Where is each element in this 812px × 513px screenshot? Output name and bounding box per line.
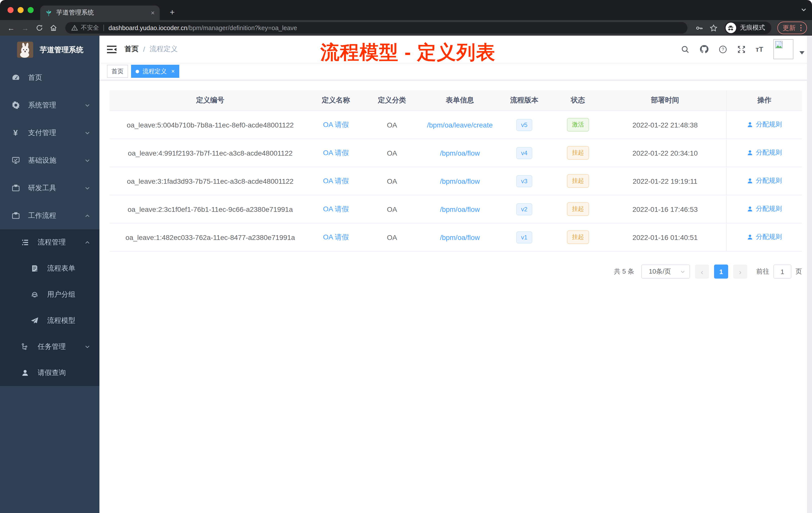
annotation-title: 流程模型 - 定义列表 — [320, 40, 496, 65]
definition-name-link[interactable]: OA 请假 — [323, 148, 349, 156]
font-size-icon[interactable]: ᴛT — [755, 45, 763, 53]
definition-id: oa_leave:5:004b710b-7b8a-11ec-8ef0-acde4… — [110, 111, 311, 139]
sidebar-item-label: 请假查询 — [38, 368, 90, 378]
caret-down-icon[interactable] — [800, 51, 805, 55]
sidebar-item-process-model[interactable]: 流程模型 — [0, 308, 99, 334]
browser-tab[interactable]: 芋道管理系统 × — [40, 5, 160, 20]
help-icon[interactable]: ? — [718, 45, 727, 54]
assign-rule-link[interactable]: 分配规则 — [747, 233, 782, 242]
chevron-down-icon — [84, 185, 90, 191]
chevron-up-icon — [84, 213, 90, 219]
definition-id: oa_leave:3:1fad3d93-7b75-11ec-a3c8-acde4… — [110, 167, 311, 195]
breadcrumb-home[interactable]: 首页 — [124, 45, 139, 54]
form-link[interactable]: /bpm/oa/flow — [440, 233, 480, 241]
hamburger-icon[interactable] — [107, 45, 116, 54]
definition-name-link[interactable]: OA 请假 — [323, 233, 349, 241]
col-definition-id: 定义编号 — [110, 90, 311, 111]
assign-rule-link[interactable]: 分配规则 — [747, 205, 782, 214]
search-icon[interactable] — [681, 45, 689, 54]
sidebar-item-label: 系统管理 — [28, 101, 84, 110]
zoom-window-button[interactable] — [28, 7, 34, 13]
definition-name-link[interactable]: OA 请假 — [323, 176, 349, 184]
col-form-info: 表单信息 — [423, 90, 496, 111]
form-link[interactable]: /bpm/oa/leave/create — [427, 121, 493, 129]
chevron-down-icon — [84, 130, 90, 136]
tag-process-definition[interactable]: 流程定义 × — [131, 65, 179, 78]
password-key-icon[interactable] — [693, 22, 705, 34]
chrome-update-button[interactable]: 更新 — [777, 22, 807, 34]
bookmark-star-icon[interactable] — [707, 22, 719, 34]
sidebar-item-task-mgmt[interactable]: 任务管理 — [0, 334, 99, 360]
col-definition-category: 定义分类 — [361, 90, 423, 111]
assign-rule-link[interactable]: 分配规则 — [747, 176, 782, 185]
scrollbar[interactable] — [807, 36, 812, 513]
fullscreen-icon[interactable] — [737, 45, 746, 54]
sidebar-item-infra[interactable]: 基础设施 — [0, 147, 99, 174]
definition-category: OA — [361, 195, 423, 223]
chevron-up-icon — [84, 239, 90, 245]
user-icon — [747, 121, 753, 128]
user-icon — [747, 234, 753, 240]
definition-name-link[interactable]: OA 请假 — [323, 205, 349, 213]
home-icon[interactable] — [47, 22, 59, 34]
url-bar[interactable]: 不安全 dashboard.yudao.iocoder.cn /bpm/mana… — [65, 22, 687, 34]
tab-search-chevron-icon[interactable] — [801, 6, 807, 13]
version-tag: v5 — [516, 119, 532, 131]
tag-close-icon[interactable]: × — [171, 68, 175, 74]
github-icon[interactable] — [699, 45, 708, 54]
chevron-down-icon — [84, 157, 90, 163]
form-link[interactable]: /bpm/oa/flow — [440, 205, 480, 213]
chevron-down-icon — [84, 344, 90, 350]
new-tab-button[interactable]: + — [167, 7, 178, 18]
url-divider — [104, 25, 104, 31]
breadcrumb-separator: / — [143, 45, 145, 53]
minimize-window-button[interactable] — [18, 7, 24, 13]
assign-rule-link[interactable]: 分配规则 — [747, 120, 782, 129]
sidebar-item-label: 流程模型 — [47, 316, 90, 325]
sidebar-item-label: 研发工具 — [28, 183, 84, 192]
favicon-sprout-icon — [45, 9, 52, 16]
security-label[interactable]: 不安全 — [81, 24, 99, 32]
main-panel: 首页 / 流程定义 ? ᴛ — [99, 36, 812, 513]
breadcrumb: 首页 / 流程定义 — [124, 45, 178, 54]
avatar[interactable] — [773, 39, 793, 59]
sidebar-item-home[interactable]: 首页 — [0, 64, 99, 91]
window-controls — [7, 7, 34, 13]
incognito-badge: 无痕模式 — [724, 22, 771, 34]
briefcase-icon — [10, 184, 21, 192]
url-path: /bpm/manager/definition?key=oa_leave — [187, 24, 297, 31]
table-row: oa_leave:1:482ec033-762a-11ec-8477-a2380… — [110, 223, 802, 251]
yen-icon: ¥ — [10, 129, 21, 137]
pagination-total: 共 5 条 — [614, 267, 634, 276]
goto-label: 前往 — [756, 267, 769, 276]
next-page-button[interactable]: › — [733, 265, 747, 279]
sidebar-item-process-mgmt[interactable]: 流程管理 — [0, 230, 99, 255]
goto-page-input[interactable] — [773, 265, 791, 279]
sidebar-item-system[interactable]: 系统管理 — [0, 91, 99, 119]
forward-icon[interactable]: → — [19, 22, 31, 34]
definition-name-link[interactable]: OA 请假 — [323, 120, 349, 128]
sidebar-item-payment[interactable]: ¥ 支付管理 — [0, 119, 99, 147]
sidebar-item-leave-query[interactable]: 请假查询 — [0, 360, 99, 386]
page-size-select[interactable]: 10条/页 — [641, 265, 690, 279]
sidebar-item-user-group[interactable]: 用户分组 — [0, 281, 99, 308]
sidebar-item-workflow[interactable]: 工作流程 — [0, 202, 99, 230]
tag-home[interactable]: 首页 — [107, 65, 128, 78]
form-link[interactable]: /bpm/oa/flow — [440, 177, 480, 185]
close-window-button[interactable] — [7, 7, 13, 13]
definition-category: OA — [361, 223, 423, 251]
definition-id: oa_leave:2:3c1f0ef1-76b1-11ec-9c66-a2380… — [110, 195, 311, 223]
sidebar-item-process-form[interactable]: 流程表单 — [0, 255, 99, 281]
page-1-button[interactable]: 1 — [714, 265, 728, 279]
sidebar-item-devtools[interactable]: 研发工具 — [0, 174, 99, 202]
back-icon[interactable]: ← — [5, 22, 17, 34]
tab-close-icon[interactable]: × — [151, 9, 155, 17]
sidebar-logo[interactable]: 芋道管理系统 — [0, 36, 99, 64]
form-link[interactable]: /bpm/oa/flow — [440, 149, 480, 157]
browser-menu-icon[interactable] — [800, 25, 802, 31]
prev-page-button[interactable]: ‹ — [695, 265, 709, 279]
paper-plane-icon — [29, 317, 40, 325]
assign-rule-link[interactable]: 分配规则 — [747, 148, 782, 157]
tab-title: 芋道管理系统 — [56, 8, 151, 17]
reload-icon[interactable] — [33, 22, 45, 34]
